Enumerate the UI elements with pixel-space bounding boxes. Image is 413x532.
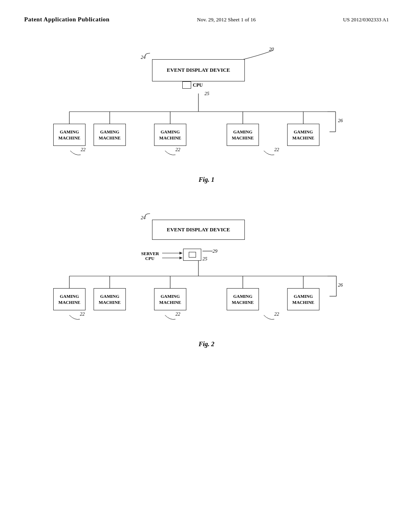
- fig2-diagram: 24 26 29 25 EVENT DISPLAY DEVICE SERVER …: [45, 204, 368, 337]
- fig1-ref-22c: 22: [263, 150, 281, 159]
- fig1-gaming-machine-3: GAMINGMACHINE: [154, 124, 186, 146]
- fig2-event-display-device: EVENT DISPLAY DEVICE: [152, 220, 245, 240]
- fig1-cpu-icon: [182, 81, 191, 89]
- fig2-gaming-machine-5: GAMINGMACHINE: [287, 288, 319, 310]
- fig2-caption: Fig. 2: [0, 341, 413, 348]
- fig1-gaming-machine-5: GAMINGMACHINE: [287, 124, 319, 146]
- fig2-ref-22c: 22: [263, 314, 281, 323]
- fig1-ref-20: 20: [269, 46, 274, 52]
- fig2-ref-22a: 22: [69, 314, 87, 323]
- publication-title: Patent Application Publication: [24, 16, 110, 23]
- fig2-server-cpu-icon: [183, 249, 201, 261]
- publication-date-sheet: Nov. 29, 2012 Sheet 1 of 16: [197, 17, 256, 23]
- fig2-gaming-machine-1: GAMINGMACHINE: [53, 288, 86, 310]
- fig2-server-label: SERVER: [141, 251, 159, 256]
- fig2-ref-25: 25: [202, 256, 207, 262]
- fig2-gaming-machine-4: GAMINGMACHINE: [227, 288, 259, 310]
- fig1-caption: Fig. 1: [0, 176, 413, 183]
- fig1-gaming-machine-4: GAMINGMACHINE: [227, 124, 259, 146]
- fig2-gaming-machine-3: GAMINGMACHINE: [154, 288, 186, 310]
- fig1-gaming-machine-1: GAMINGMACHINE: [53, 124, 86, 146]
- fig2-cpu-label: CPU: [145, 256, 154, 261]
- fig1-gaming-machine-2: GAMINGMACHINE: [94, 124, 126, 146]
- fig1-cpu-area: CPU: [182, 81, 203, 89]
- publication-number: US 2012/0302333 A1: [343, 17, 389, 23]
- fig2-ref-29: 29: [213, 248, 217, 254]
- fig1-event-display-device: EVENT DISPLAY DEVICE: [152, 59, 245, 81]
- fig2-gaming-machine-2: GAMINGMACHINE: [94, 288, 126, 310]
- fig2-ref-22b: 22: [164, 314, 182, 323]
- fig1-ref-22b: 22: [164, 150, 182, 159]
- fig1-ref-25: 25: [204, 91, 209, 97]
- page-header: Patent Application Publication Nov. 29, …: [0, 0, 413, 31]
- fig1-diagram: 20 24 25 26 EVENT DISPLAY DEVICE CPU GAM…: [45, 43, 368, 172]
- fig1-ref-26: 26: [338, 118, 343, 124]
- fig2-ref-24: 24: [141, 215, 146, 221]
- fig1-ref-22a: 22: [69, 150, 88, 159]
- fig1-cpu-label: CPU: [193, 82, 203, 88]
- fig2-ref-26: 26: [338, 282, 343, 288]
- fig1-ref-24: 24: [141, 54, 146, 60]
